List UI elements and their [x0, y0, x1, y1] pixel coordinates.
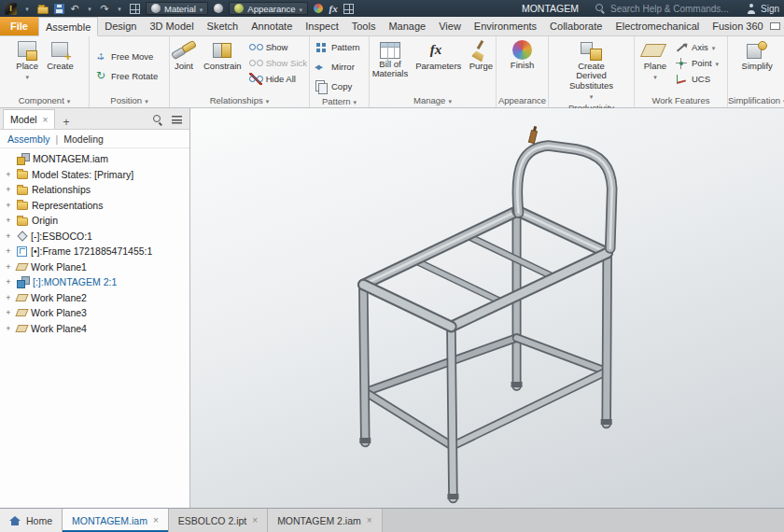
expand-toggle[interactable]: +	[4, 324, 13, 333]
tree-item-esboco[interactable]: + [-]:ESBOCO:1	[0, 229, 189, 245]
constrain-button[interactable]: Constrain	[202, 39, 244, 72]
tab-design[interactable]: Design	[98, 17, 143, 35]
model-3d[interactable]	[190, 108, 784, 508]
search-input[interactable]	[610, 4, 734, 14]
expand-toggle[interactable]: +	[4, 308, 13, 317]
tree-item-montagem2[interactable]: + [:]:MONTAGEM 2:1	[0, 274, 189, 290]
doc-tab-home[interactable]: Home	[0, 509, 63, 532]
tab-fusion-360[interactable]: Fusion 360	[706, 17, 769, 35]
tree-item-work-plane2[interactable]: + Work Plane2	[0, 290, 189, 306]
tree-item-work-plane1[interactable]: + Work Plane1	[0, 259, 189, 275]
sign-in-button[interactable]: Sign	[747, 4, 779, 14]
finish-button[interactable]: Finish	[509, 39, 536, 71]
tab-file[interactable]: File	[0, 17, 38, 35]
tree-item-work-plane3[interactable]: + Work Plane3	[0, 305, 189, 321]
tree-item-model-states[interactable]: + Model States: [Primary]	[0, 167, 189, 183]
expand-toggle[interactable]: +	[4, 185, 13, 194]
add-panel-tab-button[interactable]: +	[60, 116, 72, 129]
expand-toggle[interactable]: +	[4, 201, 13, 210]
undo-caret-icon[interactable]	[85, 2, 94, 15]
expand-toggle[interactable]: +	[4, 262, 13, 272]
material-browser-icon[interactable]	[214, 4, 223, 13]
panel-title-position[interactable]: Position	[90, 93, 169, 107]
app-menu-caret-icon[interactable]	[22, 2, 32, 15]
tab-environments[interactable]: Environments	[468, 17, 543, 35]
expand-toggle[interactable]: +	[4, 293, 13, 302]
panel-title-simplification[interactable]: Simplification	[728, 93, 784, 107]
tab-view[interactable]: View	[432, 17, 468, 35]
mode-modeling-link[interactable]: Modeling	[63, 133, 104, 145]
doc-tab-montagem[interactable]: MONTAGEM.iam ×	[63, 509, 169, 532]
tree-item-origin[interactable]: + Origin	[0, 213, 189, 229]
place-button[interactable]: Place	[13, 39, 41, 83]
plane-button[interactable]: Plane	[641, 39, 669, 83]
bill-of-materials-button[interactable]: Bill of Materials	[371, 39, 411, 80]
point-button[interactable]: Point	[673, 55, 721, 71]
open-file-icon[interactable]	[37, 7, 49, 14]
tab-tools[interactable]: Tools	[345, 17, 383, 35]
expand-toggle[interactable]: +	[4, 231, 13, 241]
tab-inspect[interactable]: Inspect	[299, 17, 344, 35]
tab-collaborate[interactable]: Collaborate	[543, 17, 609, 35]
expand-toggle[interactable]: +	[4, 277, 13, 287]
axis-button[interactable]: Axis	[673, 39, 721, 55]
tab-annotate[interactable]: Annotate	[245, 17, 299, 35]
purge-button[interactable]: Purge	[467, 39, 495, 72]
panel-title-work-features[interactable]: Work Features	[635, 93, 727, 107]
close-icon[interactable]: ×	[43, 115, 49, 125]
close-icon[interactable]: ×	[367, 515, 372, 525]
ribbon-display-options[interactable]	[770, 17, 784, 35]
model-panel-tab[interactable]: Model ×	[3, 109, 55, 129]
free-rotate-button[interactable]: Free Rotate	[92, 68, 160, 84]
tab-manage[interactable]: Manage	[382, 17, 432, 35]
mode-assembly-link[interactable]: Assembly	[7, 133, 50, 145]
mirror-button[interactable]: Mirror	[313, 59, 357, 75]
tree-item-root[interactable]: MONTAGEM.iam	[0, 151, 189, 167]
ucs-button[interactable]: UCS	[673, 71, 721, 87]
browser-search-icon[interactable]	[153, 115, 163, 125]
expand-toggle[interactable]: +	[4, 170, 13, 179]
create-button[interactable]: Create	[45, 39, 76, 72]
tree-item-relationships[interactable]: + Relationships	[0, 182, 189, 198]
viewport-canvas[interactable]	[190, 108, 784, 508]
measure-icon[interactable]	[343, 4, 354, 14]
material-dropdown[interactable]: Material	[146, 2, 208, 15]
tab-sketch[interactable]: Sketch	[201, 17, 245, 35]
panel-title-manage[interactable]: Manage	[370, 93, 496, 107]
tab-electromechanical[interactable]: Electromechanical	[609, 17, 706, 35]
simplify-button[interactable]: Simplify	[740, 39, 775, 72]
app-logo-icon[interactable]	[5, 3, 17, 15]
doc-tab-montagem2[interactable]: MONTAGEM 2.iam ×	[268, 509, 383, 532]
tab-3d-model[interactable]: 3D Model	[144, 17, 201, 35]
close-icon[interactable]: ×	[252, 515, 258, 525]
panel-title-relationships[interactable]: Relationships	[170, 93, 309, 107]
pattern-button[interactable]: Pattern	[313, 39, 362, 55]
expand-toggle[interactable]: +	[4, 216, 13, 225]
tree-item-work-plane4[interactable]: + Work Plane4	[0, 321, 189, 337]
panel-title-appearance[interactable]: Appearance	[497, 93, 548, 107]
copy-button[interactable]: Copy	[313, 78, 354, 94]
doc-tab-esbolco2[interactable]: ESBOLCO 2.ipt ×	[169, 509, 268, 532]
parameters-button[interactable]: Parameters	[413, 39, 463, 72]
undo-icon[interactable]	[70, 2, 79, 15]
expand-toggle[interactable]: +	[4, 246, 13, 256]
tree-item-representations[interactable]: + Representations	[0, 198, 189, 214]
appearance-dropdown[interactable]: Appearance	[229, 2, 308, 15]
show-button[interactable]: Show	[247, 39, 309, 55]
free-move-button[interactable]: Free Move	[92, 49, 155, 64]
view-grid-icon[interactable]	[130, 4, 140, 14]
appearance-browser-icon[interactable]	[314, 4, 323, 13]
panel-title-pattern[interactable]: Pattern	[310, 94, 369, 107]
save-icon[interactable]	[54, 4, 64, 14]
parameters-quick-icon[interactable]: fx	[329, 2, 338, 15]
redo-caret-icon[interactable]	[115, 2, 124, 15]
create-derived-substitutes-button[interactable]: Create Derived Substitutes	[561, 39, 623, 103]
redo-icon[interactable]	[100, 2, 109, 15]
joint-button[interactable]: Joint	[170, 39, 198, 72]
tree-item-frame[interactable]: + [•]:Frame 1721885471455:1	[0, 244, 189, 259]
close-icon[interactable]: ×	[153, 515, 159, 525]
tab-assemble[interactable]: Assemble	[38, 17, 98, 36]
hide-all-button[interactable]: Hide All	[247, 71, 309, 87]
browser-menu-icon[interactable]	[172, 116, 182, 124]
panel-title-component[interactable]: Component	[0, 93, 89, 107]
